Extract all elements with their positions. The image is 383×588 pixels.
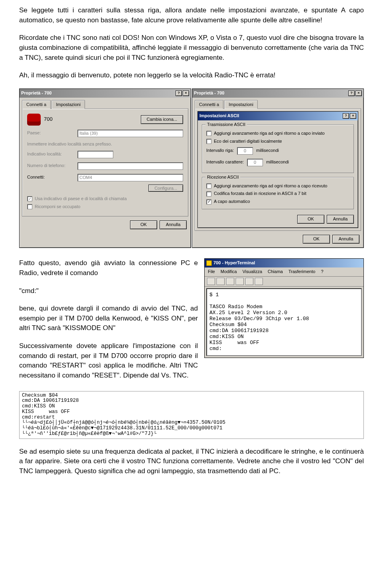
paragraph-1: Se leggete tutti i caratteri sulla stess… xyxy=(19,6,364,25)
ms-label: millisecondi xyxy=(256,147,279,154)
phone-input[interactable] xyxy=(77,162,183,170)
group-rx-legend: Ricezione ASCII xyxy=(205,174,240,181)
titlebar: Proprietà - 700 ? × xyxy=(192,89,363,98)
tx-lf-checkbox[interactable] xyxy=(206,131,211,136)
group-rx: Ricezione ASCII Aggiungi avanzamento rig… xyxy=(202,177,354,210)
char-delay-input[interactable]: 0 xyxy=(247,159,263,166)
phone-label: Numero di telefono: xyxy=(27,163,74,169)
rx-7bit-checkbox[interactable] xyxy=(206,191,211,197)
prefix-note: Immettere indicativo località senza pref… xyxy=(27,141,183,147)
rx-7bit-label: Codifica forzata dati in ricezione in AS… xyxy=(214,191,306,197)
titlebar: Proprietà - 700 ? × xyxy=(20,89,191,98)
tx-lf-label: Aggiungi avanzamento riga ad ogni ritorn… xyxy=(214,130,325,137)
line-delay-input[interactable]: 0 xyxy=(237,147,253,155)
cancel-button-inner[interactable]: Annulla xyxy=(327,215,354,224)
close-icon[interactable]: × xyxy=(350,113,356,119)
ok-button-inner[interactable]: OK xyxy=(297,215,324,224)
dialog-properties-connect: Proprietà - 700 ? × Connetti a Impostazi… xyxy=(19,88,191,248)
hyper-titlebar: 700 - HyperTerminal xyxy=(205,259,363,267)
menu-view[interactable]: Visualizza xyxy=(243,269,262,275)
tx-echo-label: Eco dei caratteri digitati localmente xyxy=(214,138,282,145)
change-icon-button[interactable]: Cambia icona... xyxy=(141,115,183,124)
help-icon[interactable]: ? xyxy=(176,90,182,96)
mid-para-1: Fatto questo, avendo già avviato la conn… xyxy=(19,258,198,278)
redial-checkbox[interactable] xyxy=(27,204,32,209)
menu-call[interactable]: Chiama xyxy=(268,269,283,275)
tab-settings[interactable]: Impostazioni xyxy=(51,100,85,109)
menu-help[interactable]: ? xyxy=(321,269,323,275)
help-icon[interactable]: ? xyxy=(343,113,349,119)
use-area-code-checkbox[interactable]: ✓ xyxy=(27,196,32,201)
redial-label: Ricomponi se occupato xyxy=(35,204,80,210)
cancel-button[interactable]: Annulla xyxy=(160,220,187,229)
group-tx-legend: Trasmissione ASCII xyxy=(205,122,247,128)
close-icon[interactable]: × xyxy=(183,90,189,96)
menubar: File Modifica Visualizza Chiama Trasferi… xyxy=(205,267,363,277)
configure-button[interactable]: Configura... xyxy=(148,185,183,192)
tool-open-icon[interactable] xyxy=(217,278,225,285)
country-select[interactable]: Italia (39) xyxy=(77,130,183,137)
area-code-label: Indicativo località: xyxy=(27,151,74,157)
country-label: Paese: xyxy=(27,130,74,136)
help-icon[interactable]: ? xyxy=(348,90,355,96)
close-icon[interactable]: × xyxy=(355,90,362,96)
phone-icon xyxy=(27,114,41,126)
inner-title: Impostazioni ASCII xyxy=(199,113,239,119)
hyper-title: 700 - HyperTerminal xyxy=(213,260,255,266)
ms-label: millisecondi xyxy=(266,159,289,165)
tool-properties-icon[interactable] xyxy=(255,278,263,285)
screenshots-row: Proprietà - 700 ? × Connetti a Impostazi… xyxy=(19,88,364,248)
menu-file[interactable]: File xyxy=(208,269,215,275)
paragraph-3: Ah, il messaggio di benvenuto, potete no… xyxy=(19,71,364,81)
dialog-ascii-settings: Impostazioni ASCII ? × Trasmissione ASCI… xyxy=(197,111,358,228)
tool-send-icon[interactable] xyxy=(245,278,253,285)
rx-wrap-checkbox[interactable]: ✓ xyxy=(206,199,211,205)
tool-disconnect-icon[interactable] xyxy=(236,278,244,285)
connect-label: Connetti: xyxy=(27,174,74,181)
hyperterminal-window: 700 - HyperTerminal File Modifica Visual… xyxy=(204,258,364,358)
dialog-title: Proprietà - 700 xyxy=(194,90,224,96)
tx-echo-checkbox[interactable] xyxy=(206,139,211,144)
tab-settings[interactable]: Impostazioni xyxy=(224,100,258,109)
mid-para-3: bene, qui dovrete dargli il comando di a… xyxy=(19,304,198,333)
titlebar-inner: Impostazioni ASCII ? × xyxy=(198,112,358,120)
tab-connect-to[interactable]: Connetti a xyxy=(195,100,223,109)
toolbar xyxy=(205,277,363,287)
last-paragraph: Se ad esempio siete su una frequenza ded… xyxy=(19,447,364,476)
tab-connect-to[interactable]: Connetti a xyxy=(22,100,51,109)
ok-button[interactable]: OK xyxy=(130,220,157,229)
rx-lf-label: Aggiungi avanzamento riga ad ogni ritorn… xyxy=(214,183,327,189)
tool-connect-icon[interactable] xyxy=(226,278,234,285)
mid-para-2: "cmd:" xyxy=(19,286,198,296)
line-delay-label: Intervallo riga: xyxy=(206,147,234,154)
dialog-title: Proprietà - 700 xyxy=(21,90,51,96)
menu-edit[interactable]: Modifica xyxy=(221,269,237,275)
section-hyperterminal: Fatto questo, avendo già avviato la conn… xyxy=(19,258,364,388)
rx-lf-checkbox[interactable] xyxy=(206,183,211,189)
connection-name: 700 xyxy=(44,116,138,123)
cancel-button[interactable]: Annulla xyxy=(332,235,359,244)
ok-button[interactable]: OK xyxy=(303,235,330,244)
tool-new-icon[interactable] xyxy=(207,278,215,285)
group-tx: Trasmissione ASCII Aggiungi avanzamento … xyxy=(202,124,354,173)
app-icon xyxy=(206,260,212,266)
area-code-input[interactable] xyxy=(77,151,113,158)
mid-para-4: Successivamente dovete applicare l'impos… xyxy=(19,341,198,381)
terminal-output-restart: Checksum $04 cmd:DA 100617191928 cmd:KIS… xyxy=(19,391,364,439)
paragraph-2: Ricordate che i TNC sono nati col DOS! N… xyxy=(19,33,364,63)
connect-select[interactable]: COM4 xyxy=(77,174,183,181)
char-delay-label: Intervallo carattere: xyxy=(206,159,244,165)
dialog-properties-ascii: Proprietà - 700 ? × Connetti a Impostazi… xyxy=(192,88,364,248)
menu-transfer[interactable]: Trasferimento xyxy=(288,269,315,275)
terminal-output[interactable]: $ 1 TASCO Radio Modem AX.25 Level 2 Vers… xyxy=(206,288,362,356)
use-area-code-label: Usa indicativo di paese e di località di… xyxy=(35,196,127,202)
rx-wrap-label: A capo automatico xyxy=(214,199,250,205)
